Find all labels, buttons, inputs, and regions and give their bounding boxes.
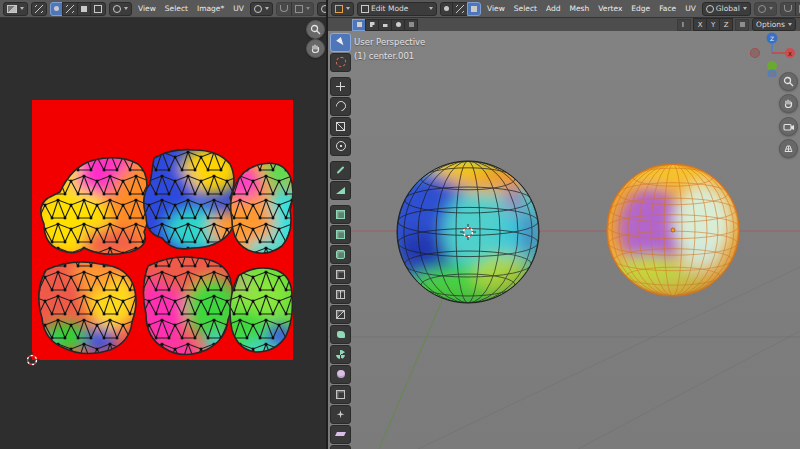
uv-select-island-button[interactable] (90, 2, 106, 16)
3d-viewport-editor: Edit Mode View Select Add Mesh Vertex Ed… (328, 0, 800, 449)
sticky-select-icon (113, 5, 121, 13)
sphere-right[interactable] (603, 160, 743, 300)
menu-3d-select[interactable]: Select (511, 4, 540, 13)
tool-knife[interactable] (330, 305, 351, 324)
menu-3d-view[interactable]: View (484, 4, 508, 13)
rotate-icon (333, 99, 347, 113)
snap-base-button[interactable] (735, 19, 749, 31)
viewport-zoom-button[interactable] (779, 72, 798, 91)
transform-orientation-dropdown[interactable]: Global (702, 2, 751, 16)
viewport-canvas[interactable]: User Perspective (1) center.001 Z X (328, 31, 800, 449)
tool-transform[interactable] (330, 137, 351, 156)
mirror-z-button[interactable]: Z (719, 18, 733, 31)
tool-edge-slide[interactable] (330, 385, 351, 404)
move-icon (336, 82, 345, 91)
pivot-point-dropdown[interactable] (754, 2, 777, 16)
editor-type-dropdown[interactable] (3, 2, 28, 16)
extrude-icon (336, 230, 345, 239)
tool-shrink-fatten[interactable] (330, 405, 351, 424)
uv-select-face-button[interactable] (77, 2, 91, 16)
sticky-select-dropdown[interactable] (109, 2, 132, 16)
select-intersect-button[interactable] (404, 19, 418, 31)
uv-editor-canvas[interactable] (0, 18, 326, 449)
menu-view[interactable]: View (135, 4, 159, 13)
snap-target-dropdown-3d[interactable] (795, 2, 800, 16)
menu-image[interactable]: Image* (194, 4, 227, 13)
edge-mode-icon (456, 5, 464, 13)
tool-loop-cut[interactable] (330, 285, 351, 304)
uv-select-mode-group (50, 2, 106, 16)
menu-3d-vertex[interactable]: Vertex (595, 4, 625, 13)
navigation-gizmo[interactable]: Z X (748, 31, 796, 77)
tool-shear[interactable] (330, 425, 351, 444)
perspective-grid-icon (783, 143, 794, 154)
editor-type-dropdown-3d[interactable] (331, 2, 354, 16)
options-dropdown[interactable]: Options (752, 18, 796, 31)
proportional-icon (321, 5, 326, 13)
menu-select[interactable]: Select (162, 4, 191, 13)
snap-toggle-3d[interactable] (780, 2, 796, 16)
transform-icon (336, 141, 346, 151)
select-subtract-button[interactable] (378, 19, 392, 31)
uv-texture-image[interactable] (32, 100, 293, 360)
menu-3d-edge[interactable]: Edge (628, 4, 653, 13)
magnifier-icon (310, 24, 321, 35)
pivot-dropdown[interactable] (250, 2, 273, 16)
blender-window: View Select Image* UV spheretexture (0, 0, 800, 449)
snap-target-dropdown[interactable] (291, 2, 314, 16)
mirror-y-button[interactable]: Y (706, 18, 720, 31)
uv-sync-select-toggle[interactable] (31, 2, 47, 16)
tool-measure[interactable] (330, 181, 351, 200)
shrink-fatten-icon (337, 410, 345, 418)
tool-smooth[interactable] (330, 365, 351, 384)
tool-scale[interactable] (330, 117, 351, 136)
menu-3d-mesh[interactable]: Mesh (566, 4, 592, 13)
face-mode-icon (471, 6, 477, 12)
tool-spin[interactable] (330, 345, 351, 364)
tool-add-cube[interactable] (330, 205, 351, 224)
viewport-camera-button[interactable] (779, 117, 798, 136)
menu-3d-uv[interactable]: UV (682, 4, 699, 13)
tool-bevel[interactable] (330, 265, 351, 284)
tool-rotate[interactable] (330, 97, 351, 116)
viewport-pan-button[interactable] (779, 94, 798, 113)
edge-mode-button[interactable] (452, 2, 468, 16)
mode-dropdown[interactable]: Edit Mode (357, 2, 437, 16)
tool-poly-build[interactable] (330, 325, 351, 344)
face-mode-button[interactable] (467, 2, 481, 16)
select-extend-icon (370, 22, 375, 27)
camera-icon (783, 122, 795, 132)
poly-build-icon (337, 331, 345, 338)
uv-zoom-button[interactable] (306, 20, 325, 39)
face-select-icon (81, 6, 87, 12)
tool-extrude-region[interactable] (330, 225, 351, 244)
snap-toggle[interactable] (276, 2, 292, 16)
select-set-button[interactable] (352, 19, 366, 31)
uv-pan-button[interactable] (306, 39, 325, 58)
tool-cursor[interactable] (330, 53, 351, 72)
select-invert-button[interactable] (391, 19, 405, 31)
menu-3d-add[interactable]: Add (543, 4, 564, 13)
tool-select-box[interactable] (330, 33, 351, 52)
snap-group (276, 2, 314, 16)
tool-move[interactable] (330, 77, 351, 96)
tool-inset-faces[interactable] (330, 245, 351, 264)
menu-3d-face[interactable]: Face (656, 4, 679, 13)
scale-icon (336, 122, 345, 131)
select-box-icon (336, 37, 346, 47)
gizmo-x-label: X (788, 51, 792, 57)
mirror-icon (682, 22, 687, 27)
menu-uv[interactable]: UV (230, 4, 247, 13)
mirror-x-button[interactable]: X (693, 18, 707, 31)
gizmo-neg-z-axis (768, 70, 776, 77)
orientation-label: Global (716, 4, 740, 13)
tool-annotate[interactable] (330, 161, 351, 180)
uv-select-edge-button[interactable] (62, 2, 78, 16)
pivot-point-icon (758, 5, 766, 13)
object-info-text: (1) center.001 (354, 51, 414, 61)
select-extend-button[interactable] (365, 19, 379, 31)
viewport-perspective-button[interactable] (779, 139, 798, 158)
mirror-icon-button[interactable] (677, 19, 691, 31)
tool-rip-region[interactable] (330, 445, 351, 449)
proportional-edit-toggle[interactable] (317, 2, 326, 16)
